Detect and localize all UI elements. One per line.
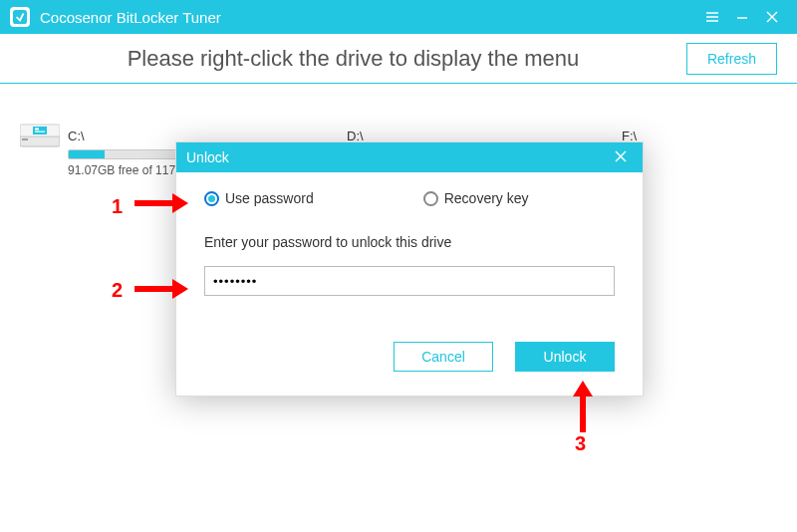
instruction-bar: Please right-click the drive to display … <box>0 34 797 84</box>
refresh-button[interactable]: Refresh <box>686 43 777 75</box>
svg-marker-18 <box>172 279 188 299</box>
drive-letter: C:\ <box>68 129 85 143</box>
unlock-button[interactable]: Unlock <box>515 342 615 372</box>
instruction-text: Please right-click the drive to display … <box>20 46 686 72</box>
close-icon[interactable] <box>757 1 787 33</box>
radio-recovery-key[interactable]: Recovery key <box>423 190 529 206</box>
dialog-close-icon[interactable] <box>609 149 633 165</box>
svg-rect-11 <box>35 129 39 131</box>
unlock-dialog: Unlock Use password Recovery key Enter y… <box>175 141 644 397</box>
svg-marker-16 <box>172 193 188 213</box>
password-prompt: Enter your password to unlock this drive <box>204 234 615 250</box>
annotation-1: 1 <box>112 195 123 218</box>
dialog-title: Unlock <box>186 149 609 165</box>
dialog-titlebar: Unlock <box>176 142 643 172</box>
drive-icon <box>20 123 60 148</box>
svg-rect-0 <box>13 10 27 24</box>
radio-use-password[interactable]: Use password <box>204 190 314 206</box>
menu-icon[interactable] <box>697 1 727 33</box>
svg-rect-7 <box>20 136 60 146</box>
password-input[interactable] <box>204 266 615 296</box>
annotation-arrow-1 <box>133 191 188 215</box>
cancel-button[interactable]: Cancel <box>394 342 493 372</box>
app-logo <box>10 7 30 27</box>
radio-icon <box>204 191 219 206</box>
annotation-arrow-2 <box>133 277 188 301</box>
drive-e[interactable]: F:\ <box>622 124 777 147</box>
drive-usage-fill <box>69 150 105 158</box>
radio-label: Use password <box>225 190 314 206</box>
svg-rect-8 <box>22 138 28 140</box>
svg-marker-19 <box>573 381 593 397</box>
annotation-2: 2 <box>112 279 123 302</box>
app-title: Cocosenor BitLocker Tuner <box>40 9 221 26</box>
svg-rect-10 <box>33 127 47 134</box>
radio-icon <box>423 191 438 206</box>
titlebar: Cocosenor BitLocker Tuner <box>0 0 797 34</box>
minimize-icon[interactable] <box>727 1 757 33</box>
svg-rect-12 <box>35 132 45 133</box>
annotation-arrow-3 <box>571 381 595 432</box>
radio-label: Recovery key <box>444 190 529 206</box>
annotation-3: 3 <box>575 432 586 455</box>
